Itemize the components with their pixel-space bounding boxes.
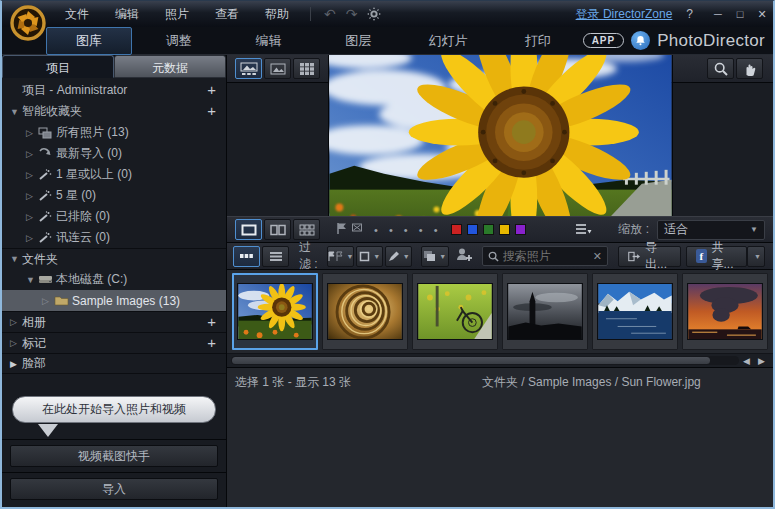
settings-gear-icon[interactable]	[367, 7, 381, 21]
photo-viewer[interactable]	[227, 83, 773, 216]
expand-arrow-icon[interactable]: ▷	[26, 149, 38, 159]
tree-item-5-star[interactable]: ▷ 5 星 (0)	[2, 185, 226, 206]
maximize-button[interactable]: □	[729, 8, 751, 20]
sort-button[interactable]	[575, 221, 592, 239]
tree-item-tags[interactable]: ▷ 标记 +	[2, 332, 226, 353]
menu-help[interactable]: 帮助	[252, 1, 302, 27]
filter-by-rating-dropdown[interactable]: ▼	[385, 246, 412, 267]
tab-adjustment[interactable]: 调整	[136, 28, 222, 54]
tree-item-local-disk-c[interactable]: ▼ 本地磁盘 (C:)	[2, 269, 226, 290]
tab-layers[interactable]: 图层	[315, 28, 401, 54]
menu-file[interactable]: 文件	[52, 1, 102, 27]
compare-view-button[interactable]	[264, 219, 291, 240]
expand-arrow-icon[interactable]: ▼	[26, 275, 38, 285]
undo-icon[interactable]: ↶	[324, 6, 336, 22]
thumbnail-snow-mountain-lake[interactable]	[592, 273, 678, 350]
video-snapshot-button[interactable]: 视频截图快手	[10, 445, 218, 467]
view-mode-viewer-only-button[interactable]	[264, 58, 291, 79]
tab-project[interactable]: 项目	[2, 55, 114, 78]
expand-arrow-icon[interactable]: ▷	[26, 191, 38, 201]
multi-view-button[interactable]	[293, 219, 320, 240]
color-label-purple[interactable]	[515, 224, 526, 235]
clear-search-icon[interactable]: ✕	[593, 250, 602, 263]
zoom-tool-button[interactable]	[707, 58, 734, 79]
scrollbar-track[interactable]	[231, 356, 739, 365]
expand-arrow-icon[interactable]: ▷	[42, 296, 54, 306]
tab-edit[interactable]: 编辑	[226, 28, 312, 54]
expand-arrow-icon[interactable]: ▼	[10, 107, 22, 117]
tag-face-button[interactable]	[456, 247, 472, 266]
thumbnail-sun-flower[interactable]	[232, 273, 318, 350]
color-label-green[interactable]	[483, 224, 494, 235]
tree-item-1-star-or-more[interactable]: ▷ 1 星或以上 (0)	[2, 164, 226, 185]
expand-arrow-icon[interactable]: ▼	[10, 254, 22, 264]
tree-item-all-photos[interactable]: ▷ 所有照片 (13)	[2, 122, 226, 143]
minimize-button[interactable]: ─	[707, 8, 729, 20]
close-button[interactable]: ✕	[751, 8, 773, 21]
thumbnail-dusk-tower[interactable]	[502, 273, 588, 350]
expand-arrow-icon[interactable]: ▷	[26, 233, 38, 243]
thumbnail-storm-sunset[interactable]	[682, 273, 768, 350]
expand-arrow-icon[interactable]: ▶	[10, 359, 22, 369]
tree-item-smart-collection[interactable]: ▼ 智能收藏夹 +	[2, 101, 226, 122]
scrollbar-thumb[interactable]	[232, 357, 710, 364]
stack-photos-dropdown[interactable]: ▼	[421, 246, 449, 267]
expand-arrow-icon[interactable]: ▷	[26, 212, 38, 222]
pan-tool-button[interactable]	[736, 58, 763, 79]
menu-photo[interactable]: 照片	[152, 1, 202, 27]
tree-item-cyberlink-cloud[interactable]: ▷ 讯连云 (0)	[2, 227, 226, 248]
tree-item-sample-images[interactable]: ▷ Sample Images (13)	[2, 290, 226, 311]
thumbnail-golden-spiral[interactable]	[322, 273, 408, 350]
tab-library[interactable]: 图库	[46, 27, 132, 55]
menu-view[interactable]: 查看	[202, 1, 252, 27]
scroll-left-icon[interactable]: ◀	[739, 356, 754, 366]
tree-item-folders[interactable]: ▼ 文件夹	[2, 248, 226, 269]
tab-metadata[interactable]: 元数据	[114, 55, 226, 78]
search-input[interactable]	[503, 249, 593, 263]
view-mode-grid-button[interactable]	[293, 58, 320, 79]
add-button[interactable]: +	[207, 102, 216, 119]
menu-edit[interactable]: 编辑	[102, 1, 152, 27]
import-here-callout[interactable]: 在此处开始导入照片和视频	[12, 396, 216, 423]
help-button[interactable]: ?	[686, 7, 693, 21]
tree-item-project-root[interactable]: 项目 - Administrator +	[2, 80, 226, 101]
list-view-button[interactable]	[262, 246, 289, 267]
export-button[interactable]: 导出...	[618, 246, 681, 267]
flag-pick-icon[interactable]	[336, 221, 348, 239]
notification-bell-icon[interactable]	[631, 31, 650, 50]
color-label-yellow[interactable]	[499, 224, 510, 235]
add-button[interactable]: +	[207, 313, 216, 330]
expand-arrow-icon[interactable]: ▷	[10, 338, 22, 348]
tree-item-latest-import[interactable]: ▷ 最新导入 (0)	[2, 143, 226, 164]
add-button[interactable]: +	[207, 334, 216, 351]
redo-icon[interactable]: ↷	[346, 6, 358, 22]
expand-arrow-icon[interactable]: ▷	[26, 170, 38, 180]
tab-slideshow[interactable]: 幻灯片	[405, 28, 491, 54]
tree-item-albums[interactable]: ▷ 相册 +	[2, 311, 226, 332]
filter-by-label-dropdown[interactable]: ▼	[356, 246, 383, 267]
add-button[interactable]: +	[207, 81, 216, 98]
color-label-blue[interactable]	[467, 224, 478, 235]
share-options-dropdown[interactable]: ▼	[747, 246, 765, 267]
share-button[interactable]: f 共享...	[686, 246, 747, 267]
login-directorzone-link[interactable]: 登录 DirectorZone	[576, 6, 673, 23]
expand-arrow-icon[interactable]: ▷	[10, 317, 22, 327]
folder-icon	[54, 295, 72, 306]
search-box[interactable]: ✕	[482, 246, 608, 266]
tab-print[interactable]: 打印	[495, 28, 581, 54]
star-rating-dots[interactable]: • • • • •	[374, 224, 441, 236]
tree-item-faces[interactable]: ▶ 脸部	[2, 353, 226, 374]
flag-reject-icon[interactable]	[351, 221, 364, 239]
single-view-button[interactable]	[235, 219, 262, 240]
color-label-red[interactable]	[451, 224, 462, 235]
scroll-right-icon[interactable]: ▶	[754, 356, 769, 366]
tree-item-rejected[interactable]: ▷ 已排除 (0)	[2, 206, 226, 227]
app-badge[interactable]: APP	[583, 33, 625, 48]
expand-arrow-icon[interactable]: ▷	[26, 128, 38, 138]
import-button[interactable]: 导入	[10, 478, 218, 500]
filmstrip-view-button[interactable]	[233, 246, 260, 267]
view-mode-viewer-filmstrip-button[interactable]	[235, 58, 262, 79]
zoom-level-dropdown[interactable]: 适合 ▼	[657, 220, 765, 240]
thumbnail-bicycle-field[interactable]	[412, 273, 498, 350]
filter-by-flag-dropdown[interactable]: ▼	[327, 246, 355, 267]
